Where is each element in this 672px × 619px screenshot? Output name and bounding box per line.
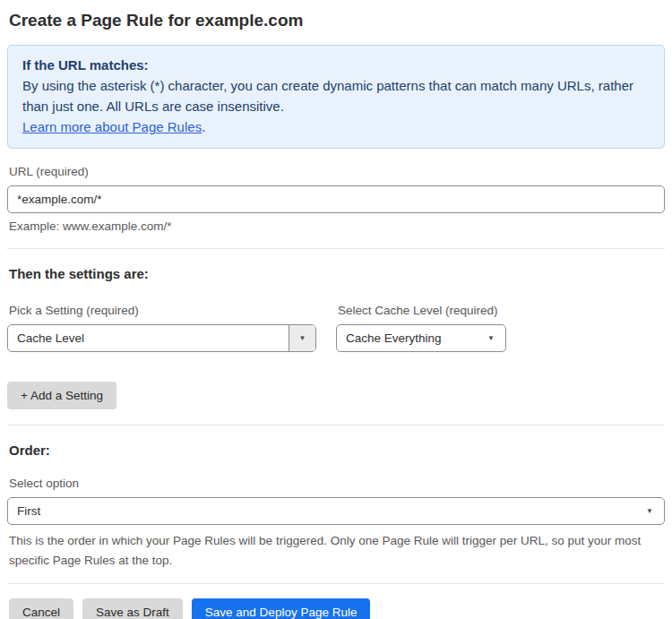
dropdown-arrow-icon: ▼: [646, 508, 653, 515]
info-box-link-line: Learn more about Page Rules.: [22, 116, 650, 137]
form-actions: Cancel Save as Draft Save and Deploy Pag…: [7, 598, 665, 619]
order-section-heading: Order:: [7, 443, 665, 458]
order-help-text: This is the order in which your Page Rul…: [7, 531, 665, 571]
order-select-arrow: ▼: [646, 508, 664, 515]
dropdown-arrow-icon: ▼: [487, 335, 495, 342]
pick-setting-label: Pick a Setting (required): [7, 304, 316, 317]
cancel-button[interactable]: Cancel: [9, 598, 73, 619]
pick-setting-value: Cache Level: [8, 331, 289, 345]
dropdown-arrow-icon: ▼: [299, 335, 306, 342]
url-example-hint: Example: www.example.com/*: [7, 219, 665, 233]
cache-level-column: Select Cache Level (required) Cache Ever…: [336, 304, 506, 352]
cache-level-arrow: ▼: [487, 335, 505, 342]
order-select[interactable]: First ▼: [7, 497, 665, 525]
learn-more-link[interactable]: Learn more about Page Rules: [22, 119, 202, 134]
settings-section-heading: Then the settings are:: [7, 266, 665, 281]
url-field-label: URL (required): [7, 165, 665, 178]
link-period: .: [202, 119, 205, 134]
pick-setting-arrow-button[interactable]: ▼: [289, 325, 315, 351]
section-divider: [7, 425, 665, 426]
cache-level-label: Select Cache Level (required): [336, 304, 506, 317]
info-box-body: By using the asterisk (*) character, you…: [22, 75, 650, 116]
pick-setting-select[interactable]: Cache Level ▼: [7, 324, 316, 352]
order-select-value: First: [8, 504, 646, 518]
url-matches-info-box: If the URL matches: By using the asteris…: [7, 45, 665, 149]
create-page-rule-form: Create a Page Rule for example.com If th…: [0, 0, 672, 619]
cache-level-value: Cache Everything: [337, 331, 487, 345]
save-and-deploy-button[interactable]: Save and Deploy Page Rule: [192, 598, 371, 619]
page-title: Create a Page Rule for example.com: [7, 11, 665, 30]
cache-level-select[interactable]: Cache Everything ▼: [336, 324, 506, 352]
section-divider: [7, 248, 665, 249]
pick-setting-column: Pick a Setting (required) Cache Level ▼: [7, 304, 316, 352]
save-as-draft-button[interactable]: Save as Draft: [82, 598, 183, 619]
order-select-label: Select option: [7, 477, 665, 490]
section-divider: [7, 583, 665, 584]
settings-row: Pick a Setting (required) Cache Level ▼ …: [7, 304, 665, 352]
url-input[interactable]: [7, 185, 665, 213]
info-box-heading: If the URL matches:: [22, 55, 650, 75]
add-setting-button[interactable]: + Add a Setting: [7, 382, 116, 409]
